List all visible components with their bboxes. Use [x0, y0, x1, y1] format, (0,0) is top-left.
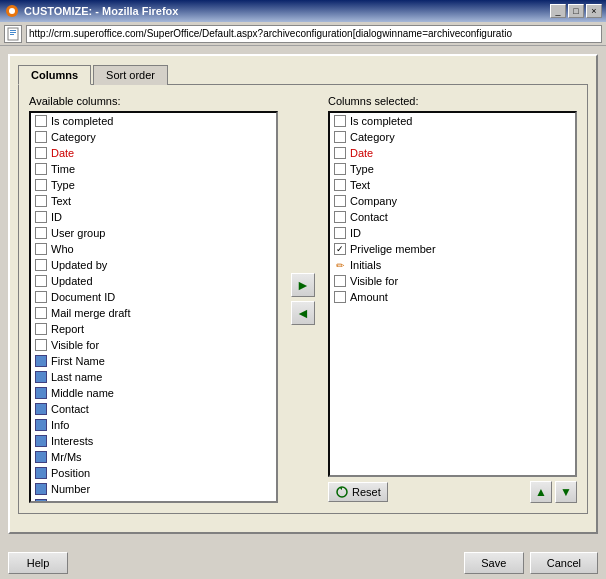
cancel-button[interactable]: Cancel: [530, 552, 598, 574]
list-item[interactable]: Updated: [31, 273, 276, 289]
item-icon: [34, 242, 48, 256]
list-item[interactable]: Mr/Ms: [31, 449, 276, 465]
columns-layout: Available columns: Is completedCategoryD…: [29, 95, 577, 503]
list-item[interactable]: Middle name: [31, 385, 276, 401]
svg-point-1: [9, 8, 15, 14]
list-item[interactable]: ID: [330, 225, 575, 241]
item-icon: [333, 210, 347, 224]
list-item[interactable]: User group: [31, 225, 276, 241]
available-columns-section: Available columns: Is completedCategoryD…: [29, 95, 278, 503]
list-item[interactable]: ✏Initials: [330, 257, 575, 273]
list-item[interactable]: Time: [31, 161, 276, 177]
tab-bar: Columns Sort order: [18, 64, 588, 84]
add-arrow-button[interactable]: ►: [291, 273, 315, 297]
list-item[interactable]: Academic title: [31, 497, 276, 503]
bottom-controls: Reset ▲ ▼: [328, 481, 577, 503]
item-icon: [34, 290, 48, 304]
list-item[interactable]: Date: [330, 145, 575, 161]
list-item[interactable]: Number: [31, 481, 276, 497]
window-title: CUSTOMIZE: - Mozilla Firefox: [24, 5, 550, 17]
item-icon: [333, 114, 347, 128]
list-item[interactable]: Text: [330, 177, 575, 193]
item-icon: [34, 194, 48, 208]
list-item[interactable]: Company: [330, 193, 575, 209]
list-item[interactable]: Is completed: [31, 113, 276, 129]
item-icon: [333, 290, 347, 304]
list-item[interactable]: Interests: [31, 433, 276, 449]
item-icon: [333, 146, 347, 160]
list-item[interactable]: Text: [31, 193, 276, 209]
svg-rect-3: [10, 30, 16, 31]
list-item[interactable]: Updated by: [31, 257, 276, 273]
list-item[interactable]: Who: [31, 241, 276, 257]
item-icon: [333, 226, 347, 240]
available-columns-list[interactable]: Is completedCategoryDateTimeTypeTextIDUs…: [29, 111, 278, 503]
move-down-button[interactable]: ▼: [555, 481, 577, 503]
list-item[interactable]: Report: [31, 321, 276, 337]
list-item[interactable]: Is completed: [330, 113, 575, 129]
reset-icon: [335, 485, 349, 499]
list-item[interactable]: Last name: [31, 369, 276, 385]
list-item[interactable]: Category: [31, 129, 276, 145]
list-item[interactable]: Visible for: [31, 337, 276, 353]
close-button[interactable]: ×: [586, 4, 602, 18]
list-item[interactable]: Mail merge draft: [31, 305, 276, 321]
list-item[interactable]: Visible for: [330, 273, 575, 289]
item-icon: [34, 418, 48, 432]
item-icon: ✓: [333, 242, 347, 256]
item-icon: [333, 130, 347, 144]
transfer-arrows: ► ◄: [288, 95, 318, 503]
list-item[interactable]: First Name: [31, 353, 276, 369]
item-icon: [34, 402, 48, 416]
selected-columns-list[interactable]: Is completedCategoryDateTypeTextCompanyC…: [328, 111, 577, 477]
item-icon: [34, 210, 48, 224]
list-item[interactable]: Date: [31, 145, 276, 161]
footer: Help Save Cancel: [0, 542, 606, 579]
item-icon: [34, 226, 48, 240]
tab-columns[interactable]: Columns: [18, 65, 91, 85]
list-item[interactable]: Position: [31, 465, 276, 481]
window-controls[interactable]: _ □ ×: [550, 4, 602, 18]
item-icon: [34, 258, 48, 272]
list-item[interactable]: Category: [330, 129, 575, 145]
list-item[interactable]: Type: [330, 161, 575, 177]
reset-button[interactable]: Reset: [328, 482, 388, 502]
updown-buttons: ▲ ▼: [530, 481, 577, 503]
item-icon: [34, 386, 48, 400]
list-item[interactable]: Document ID: [31, 289, 276, 305]
item-icon: [34, 354, 48, 368]
list-item[interactable]: Amount: [330, 289, 575, 305]
list-item[interactable]: ✓Privelige member: [330, 241, 575, 257]
item-icon: [34, 322, 48, 336]
url-bar[interactable]: http://crm.superoffice.com/SuperOffice/D…: [26, 25, 602, 43]
item-icon: [34, 450, 48, 464]
minimize-button[interactable]: _: [550, 4, 566, 18]
app-icon: [4, 3, 20, 19]
list-item[interactable]: Contact: [330, 209, 575, 225]
list-item[interactable]: Type: [31, 177, 276, 193]
move-up-button[interactable]: ▲: [530, 481, 552, 503]
list-item[interactable]: Info: [31, 417, 276, 433]
item-icon: [34, 274, 48, 288]
item-icon: ✏: [333, 258, 347, 272]
item-icon: [333, 178, 347, 192]
item-icon: [333, 194, 347, 208]
maximize-button[interactable]: □: [568, 4, 584, 18]
list-item[interactable]: ID: [31, 209, 276, 225]
remove-arrow-button[interactable]: ◄: [291, 301, 315, 325]
available-columns-label: Available columns:: [29, 95, 278, 107]
item-icon: [34, 482, 48, 496]
item-icon: [34, 146, 48, 160]
footer-right-buttons: Save Cancel: [464, 552, 598, 574]
item-icon: [34, 434, 48, 448]
item-icon: [333, 162, 347, 176]
item-icon: [333, 274, 347, 288]
dialog-panel: Columns Sort order Available columns: Is…: [8, 54, 598, 534]
tab-content-columns: Available columns: Is completedCategoryD…: [18, 84, 588, 514]
help-button[interactable]: Help: [8, 552, 68, 574]
item-icon: [34, 114, 48, 128]
tab-sort-order[interactable]: Sort order: [93, 65, 168, 85]
list-item[interactable]: Contact: [31, 401, 276, 417]
item-icon: [34, 370, 48, 384]
save-button[interactable]: Save: [464, 552, 524, 574]
